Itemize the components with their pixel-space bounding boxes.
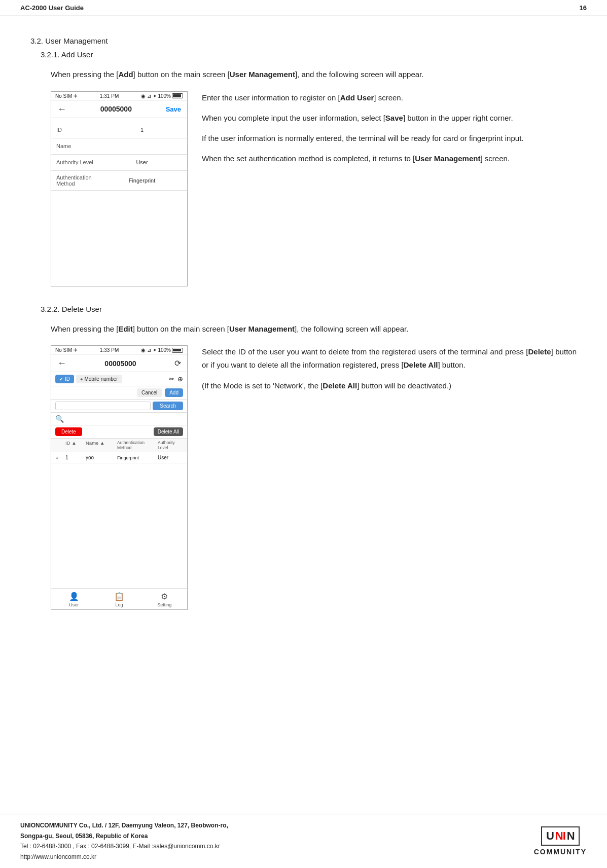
form-label-name: Name xyxy=(56,143,102,149)
table-row-level: User xyxy=(158,455,183,460)
table-header-level: Authority Level xyxy=(158,440,183,450)
phone2-tab-mobile-label: Mobile number xyxy=(84,376,118,382)
phone-save-button[interactable]: Save xyxy=(166,105,181,113)
phone2-empty-area xyxy=(51,463,187,545)
phone-form: ID 1 Name Authority Level User Authentic… xyxy=(51,118,187,286)
form-label-authority: Authority Level xyxy=(56,159,102,165)
footer-line2: Songpa-gu, Seoul, 05836, Republic of Kor… xyxy=(20,831,228,841)
phone2-nav-bar: ← 00005000 ⟳ xyxy=(51,355,187,372)
phone2-refresh-button[interactable]: ⟳ xyxy=(174,358,181,368)
add-user-content-block: No SIM ✈ 1:31 PM ◉ ⊿ ✦ 100% ← 00005000 S… xyxy=(51,91,577,286)
form-value-name[interactable] xyxy=(102,143,182,149)
phone-back-button[interactable]: ← xyxy=(57,104,66,115)
form-row-name: Name xyxy=(51,138,187,155)
phone2-delete-row: Delete Delete All xyxy=(51,425,187,439)
phone2-search-button[interactable]: Search xyxy=(153,402,183,410)
table-row-auth: Fingerprint xyxy=(117,455,158,460)
add-user-phone-mockup: No SIM ✈ 1:31 PM ◉ ⊿ ✦ 100% ← 00005000 S… xyxy=(51,91,188,286)
phone2-nav-user-label: User xyxy=(69,602,79,607)
phone-battery-icon xyxy=(172,93,183,98)
table-header-name: Name ▲ xyxy=(86,440,117,450)
main-content: 3.2. User Management 3.2.1. Add User Whe… xyxy=(0,16,607,638)
phone-status-bar: No SIM ✈ 1:31 PM ◉ ⊿ ✦ 100% xyxy=(51,92,187,101)
phone2-search-icon-row: 🔍 xyxy=(51,413,187,425)
phone2-edit-icon[interactable]: ✏ xyxy=(169,375,174,383)
table-row-1[interactable]: ○ 1 yoo Fingerprint User xyxy=(51,452,187,463)
header-page-number: 16 xyxy=(580,4,587,12)
phone2-nav-log-label: Log xyxy=(115,602,123,607)
phone2-body: No SIM ✈ 1:33 PM ◉ ⊿ ✦ 100% ← 00005000 ⟳ xyxy=(51,346,187,588)
logo-nion: NI xyxy=(555,829,565,843)
phone-nav-bar: ← 00005000 Save xyxy=(51,101,187,118)
table-header-auth: Authentication Method xyxy=(117,440,158,450)
page-footer: UNIONCOMMUNITY Co., Ltd. / 12F, Daemyung… xyxy=(0,814,607,868)
delete-user-content-block: No SIM ✈ 1:33 PM ◉ ⊿ ✦ 100% ← 00005000 ⟳ xyxy=(51,345,577,610)
phone2-bottom-nav: 👤 User 📋 Log ⚙ Setting xyxy=(51,588,187,609)
phone2-nav-log[interactable]: 📋 Log xyxy=(96,589,141,609)
desc-para-3: If the user information is normally ente… xyxy=(202,132,577,145)
phone2-search-row: Search xyxy=(51,400,187,413)
phone-nav-title: 00005000 xyxy=(66,105,166,113)
phone2-time: 1:33 PM xyxy=(100,347,119,353)
phone2-table-header: ID ▲ Name ▲ Authentication Method Author… xyxy=(51,439,187,452)
phone2-back-button[interactable]: ← xyxy=(57,358,66,369)
delete-user-description: Select the ID of the user you want to de… xyxy=(202,345,577,610)
phone2-status-right: ◉ ⊿ ✦ 100% xyxy=(141,347,183,353)
desc-para-1: Enter the user information to register o… xyxy=(202,91,577,104)
phone2-add-icon[interactable]: ⊕ xyxy=(177,375,183,383)
phone2-search-input[interactable] xyxy=(55,402,151,410)
phone2-nav-title: 00005000 xyxy=(66,359,174,368)
phone2-battery-icon xyxy=(172,348,183,353)
phone2-tabs: ✔ ID ● Mobile number ✏ ⊕ xyxy=(51,372,187,386)
delete-desc-para-1: Select the ID of the user you want to de… xyxy=(202,345,577,372)
phone2-tab-id[interactable]: ✔ ID xyxy=(55,375,74,383)
logo-box: U NI N xyxy=(541,826,580,846)
form-row-authority: Authority Level User xyxy=(51,155,187,171)
form-row-id: ID 1 xyxy=(51,122,187,138)
phone2-container: No SIM ✈ 1:33 PM ◉ ⊿ ✦ 100% ← 00005000 ⟳ xyxy=(51,346,187,609)
logo-community: COMMUNITY xyxy=(534,848,587,856)
delete-desc-para-2: (If the Mode is set to 'Network', the [D… xyxy=(202,379,577,392)
footer-line3: Tel : 02-6488-3000 , Fax : 02-6488-3099,… xyxy=(20,841,228,851)
footer-line1: UNIONCOMMUNITY Co., Ltd. / 12F, Daemyung… xyxy=(20,820,228,830)
logo-u: U xyxy=(546,829,554,843)
table-row-check[interactable]: ○ xyxy=(55,455,65,460)
form-value-auth-method: Fingerprint xyxy=(102,177,182,184)
table-header-id: ID ▲ xyxy=(65,440,86,450)
section-3-2-heading: 3.2. User Management xyxy=(30,37,577,45)
phone-status-right: ◉ ⊿ ✦ 100% xyxy=(141,93,183,99)
form-row-auth-method: AuthenticationMethod Fingerprint xyxy=(51,171,187,191)
desc-para-4: When the set authentication method is co… xyxy=(202,152,577,165)
table-row-name: yoo xyxy=(86,455,117,460)
footer-logo: U NI N COMMUNITY xyxy=(534,826,587,856)
header-title: AC-2000 User Guide xyxy=(20,4,84,12)
phone2-nav-user[interactable]: 👤 User xyxy=(51,589,96,609)
add-user-description: Enter the user information to register o… xyxy=(202,91,577,286)
delete-user-intro: When pressing the [Edit] button on the m… xyxy=(51,322,577,336)
form-label-id: ID xyxy=(56,127,102,133)
phone-empty-area xyxy=(51,191,187,282)
phone2-tab-mobile[interactable]: ● Mobile number xyxy=(76,375,122,383)
phone2-cancel-button[interactable]: Cancel xyxy=(137,388,162,397)
phone2-add-button[interactable]: Add xyxy=(165,388,183,397)
section-3-2-2-heading: 3.2.2. Delete User xyxy=(41,305,577,313)
phone2-magnifier-icon: 🔍 xyxy=(55,415,64,423)
table-header-check xyxy=(55,440,65,450)
phone2-delete-button[interactable]: Delete xyxy=(55,427,82,436)
phone-status-left: No SIM ✈ xyxy=(55,93,78,99)
phone2-nav-setting-label: Setting xyxy=(157,602,171,607)
phone2-delete-all-button[interactable]: Delete All xyxy=(154,427,183,436)
phone2-cancel-add-row: Cancel Add xyxy=(51,386,187,400)
phone2-status-left: No SIM ✈ xyxy=(55,347,78,353)
phone-time: 1:31 PM xyxy=(100,93,119,99)
footer-line4: http://www.unioncomm.co.kr xyxy=(20,852,228,862)
form-value-authority: User xyxy=(102,159,182,165)
phone2-nav-setting[interactable]: ⚙ Setting xyxy=(142,589,187,609)
section-3-2-1-heading: 3.2.1. Add User xyxy=(41,50,577,59)
phone2-user-icon: 👤 xyxy=(69,592,79,601)
phone2-setting-icon: ⚙ xyxy=(161,592,168,601)
desc-para-2: When you complete input the user informa… xyxy=(202,112,577,125)
form-label-auth-method: AuthenticationMethod xyxy=(56,174,102,187)
table-row-id: 1 xyxy=(65,455,86,460)
phone2-log-icon: 📋 xyxy=(114,592,124,601)
